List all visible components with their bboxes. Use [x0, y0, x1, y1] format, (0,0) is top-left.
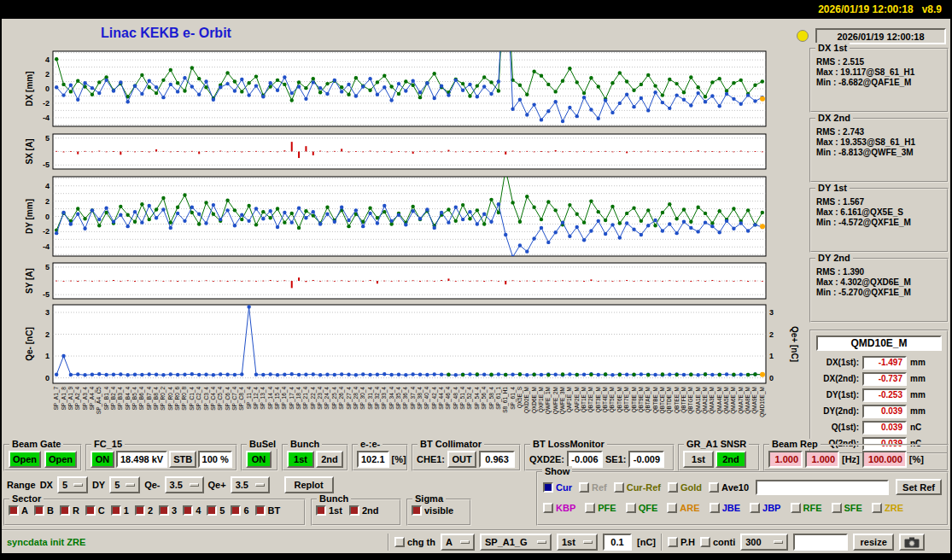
svg-text:3: 3	[45, 308, 50, 317]
option-menu-dash-icon	[583, 540, 593, 544]
sector-c-checkbox[interactable]	[85, 505, 96, 516]
show-qfe-checkbox[interactable]	[626, 503, 636, 513]
show-cur-checkbox[interactable]	[543, 482, 553, 493]
svg-text:SP_R0_8: SP_R0_8	[181, 387, 188, 411]
extra-input[interactable]	[793, 534, 848, 551]
dx-1st-stats-group: DX 1st RMS : 2.515 Max : 19.117@S8_61_H1…	[809, 48, 949, 113]
ph-checkbox[interactable]	[668, 537, 678, 547]
show-jbe-checkbox[interactable]	[710, 503, 720, 513]
svg-text:QWFE_3M: QWFE_3M	[559, 387, 566, 414]
threshold-input[interactable]: 0.1	[603, 534, 632, 551]
replot-button[interactable]: Replot	[284, 476, 334, 493]
svg-text:SP_17_4: SP_17_4	[289, 387, 295, 410]
svg-text:QMA7E_M: QMA7E_M	[738, 387, 745, 414]
titlebar: 2026/01/19 12:00:18 v8.9	[0, 0, 952, 19]
sector-bt-checkbox[interactable]	[255, 505, 266, 516]
bunch-2nd-label: 2nd	[362, 505, 379, 516]
show-are-checkbox[interactable]	[667, 503, 677, 513]
ref-name-input[interactable]	[756, 480, 889, 495]
range-row: Range DX 5 DY 5 Qe- 3.5 Qe+ 3.5 Replot	[7, 475, 334, 494]
qmd-dy2-label: DY(2nd):	[815, 406, 859, 416]
dy-1st-max: Max : 6.161@QX5E_S	[816, 207, 947, 217]
gr-a1-1st-button[interactable]: 1st	[683, 451, 714, 468]
svg-text:SP_C4_4: SP_C4_4	[210, 387, 217, 411]
chg-th-checkbox[interactable]	[394, 537, 405, 547]
svg-text:SP_B1_4: SP_B1_4	[103, 387, 110, 411]
device-select[interactable]: SP_A1_G	[480, 534, 552, 551]
svg-text:QMA4E_M: QMA4E_M	[716, 387, 723, 414]
sector-5-checkbox[interactable]	[207, 505, 217, 516]
sector-6-checkbox[interactable]	[231, 505, 241, 516]
show-pfe-checkbox[interactable]	[585, 503, 595, 513]
show-ave10-checkbox[interactable]	[709, 482, 719, 493]
svg-text:-4: -4	[43, 114, 50, 122]
beam-gate-open-2-button[interactable]: Open	[44, 451, 77, 468]
range-qe-minus-select[interactable]: 3.5	[165, 476, 204, 493]
show-sfe-checkbox[interactable]	[832, 503, 842, 513]
bunch-select[interactable]: 1st	[557, 534, 598, 551]
svg-text:SX [A]: SX [A]	[25, 139, 34, 165]
sigma-visible-checkbox[interactable]	[412, 505, 422, 516]
bunch-1st-checkbox[interactable]	[316, 505, 326, 516]
svg-text:SP_A4_C5: SP_A4_C5	[96, 387, 102, 415]
svg-text:SP_C7_4: SP_C7_4	[231, 387, 238, 411]
sector-2-checkbox[interactable]	[135, 505, 145, 516]
range-dy-select[interactable]: 5	[109, 476, 140, 493]
bunch-2nd-button[interactable]: 2nd	[316, 451, 343, 468]
show-ref-checkbox[interactable]	[579, 482, 589, 493]
show-rfe-checkbox[interactable]	[791, 503, 801, 513]
show-ave10-label: Ave10	[721, 482, 749, 493]
sector-a-checkbox[interactable]	[9, 505, 19, 516]
fc15-on-button[interactable]: ON	[91, 451, 114, 468]
sector-bt-label: BT	[268, 505, 281, 516]
fc15-stb-button[interactable]: STB	[169, 451, 196, 468]
svg-text:QBT6E_M: QBT6E_M	[616, 387, 623, 412]
range-dx-select[interactable]: 5	[57, 476, 88, 493]
dy-1st-stats-title: DY 1st	[815, 183, 850, 193]
sector-3-checkbox[interactable]	[159, 505, 169, 516]
sector-b-checkbox[interactable]	[34, 505, 44, 516]
svg-text:QBTAE_M: QBTAE_M	[645, 387, 651, 413]
dx-2nd-stats-group: DX 2nd RMS : 2.743 Max : 19.353@S8_61_H1…	[809, 118, 949, 183]
svg-text:SP_C5_4: SP_C5_4	[217, 387, 224, 411]
show-gold-checkbox[interactable]	[668, 482, 678, 493]
beam-gate-open-1-button[interactable]: Open	[9, 451, 41, 468]
sector-1-checkbox[interactable]	[111, 505, 121, 516]
fc15-label: FC_15	[91, 439, 125, 449]
bunch-2nd-checkbox[interactable]	[349, 505, 359, 516]
bunch-1st-button[interactable]: 1st	[287, 451, 314, 468]
svg-text:Qe- [nC]: Qe- [nC]	[25, 327, 34, 360]
sigma-label: Sigma	[412, 493, 446, 504]
qmd-dy2-value: 0.039	[862, 405, 907, 418]
range-qe-plus-select[interactable]: 3.5	[231, 476, 270, 493]
set-ref-button[interactable]: Set Ref	[896, 479, 942, 495]
bt-collimator-value: 0.963	[479, 451, 515, 468]
separator	[388, 534, 389, 551]
svg-text:SP_B8_4: SP_B8_4	[153, 387, 160, 411]
busel-on-button[interactable]: ON	[246, 451, 272, 468]
svg-text:SP_B7_4: SP_B7_4	[146, 387, 153, 411]
bunch-group: Bunch 1st 2nd	[282, 444, 348, 471]
count-select[interactable]: 300	[740, 534, 788, 551]
bt-collimator-out-button[interactable]: OUT	[447, 451, 476, 468]
show-cur-ref-checkbox[interactable]	[614, 482, 624, 493]
conti-checkbox[interactable]	[700, 537, 710, 547]
sector-r-checkbox[interactable]	[60, 505, 70, 516]
svg-text:1: 1	[769, 352, 774, 360]
svg-text:SP_R0_6: SP_R0_6	[174, 387, 181, 411]
svg-text:SP_27_4: SP_27_4	[346, 387, 353, 410]
dy-2nd-max: Max : 4.302@QXD6E_M	[816, 277, 947, 287]
show-jbp-checkbox[interactable]	[750, 503, 760, 513]
application-window: 2026/01/19 12:00:18 v8.9 Linac KEKB e- O…	[0, 0, 952, 560]
gr-a1-2nd-button[interactable]: 2nd	[715, 451, 746, 468]
resize-button[interactable]: resize	[853, 534, 894, 551]
dx-1st-stats-title: DX 1st	[815, 43, 850, 53]
show-zre-checkbox[interactable]	[872, 503, 882, 513]
show-kbp-checkbox[interactable]	[543, 503, 553, 513]
svg-text:-2: -2	[43, 99, 50, 108]
svg-text:QMA9E_M: QMA9E_M	[751, 387, 758, 414]
snapshot-button[interactable]	[899, 534, 925, 551]
sector-4-checkbox[interactable]	[183, 505, 193, 516]
selected-monitor-name: QMD10E_M	[816, 335, 942, 351]
sector-select[interactable]: A	[441, 534, 475, 551]
